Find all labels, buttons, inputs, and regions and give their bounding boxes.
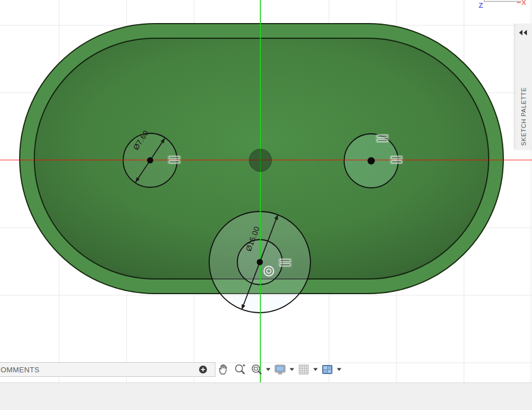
sketch-palette-collapsed[interactable]: SKETCH PALETTE (515, 24, 532, 149)
equal-constraint-icon[interactable] (278, 258, 292, 267)
equal-constraint-icon[interactable] (390, 155, 403, 164)
origin-point[interactable] (249, 149, 272, 172)
sketch-canvas[interactable]: Ø7.60 Ø15.00 (0, 0, 532, 382)
viewcube-remnant: Z X (479, 0, 526, 10)
display-settings-button[interactable] (272, 362, 287, 377)
plus-circle-icon (199, 365, 208, 374)
comments-bar[interactable]: OMMENTS (0, 362, 215, 377)
pan-hand-icon (217, 363, 231, 376)
equal-constraint-icon[interactable] (376, 134, 389, 143)
fit-dropdown-caret[interactable] (265, 362, 271, 377)
zoom-fit-icon (250, 363, 263, 376)
right-center-point[interactable] (368, 157, 375, 165)
fusion-workspace: Ø7.60 Ø15.00 (0, 0, 532, 410)
pan-button[interactable] (216, 362, 231, 377)
viewports-button[interactable] (319, 362, 335, 377)
grid-snaps-button[interactable] (296, 362, 311, 377)
chevron-down-icon (313, 367, 318, 372)
expand-palette-button[interactable] (518, 28, 528, 38)
chevron-down-icon (289, 367, 295, 372)
grid-dropdown-caret[interactable] (312, 362, 318, 377)
display-monitor-icon (273, 363, 287, 376)
double-chevron-left-icon (518, 29, 528, 36)
display-dropdown-caret[interactable] (288, 362, 295, 377)
left-center-point[interactable] (147, 157, 154, 164)
navigation-toolbar (216, 362, 342, 377)
add-comment-button[interactable] (199, 365, 208, 374)
viewports-dropdown-caret[interactable] (336, 362, 342, 377)
zoom-button[interactable] (232, 362, 247, 377)
grid-icon (297, 363, 310, 376)
chevron-down-icon (265, 367, 271, 372)
comments-label: OMMENTS (1, 366, 39, 374)
concentric-constraint-icon[interactable] (263, 265, 275, 277)
fit-button[interactable] (249, 362, 264, 377)
x-axis-label[interactable]: X (521, 0, 526, 7)
chevron-down-icon (336, 367, 342, 372)
equal-constraint-icon[interactable] (168, 155, 181, 164)
zoom-magnifier-icon (233, 363, 247, 376)
bottom-center-point[interactable] (257, 259, 263, 265)
z-axis-label[interactable]: Z (479, 1, 483, 10)
sketch-palette-title: SKETCH PALETTE (519, 87, 529, 146)
timeline-panel (0, 382, 532, 410)
viewports-icon (321, 363, 334, 376)
